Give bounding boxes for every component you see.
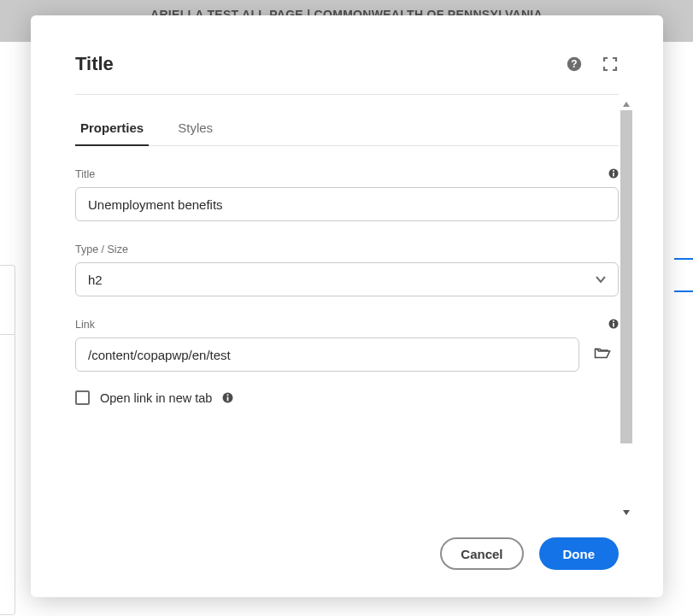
fullscreen-icon[interactable]: [602, 56, 619, 73]
tab-styles[interactable]: Styles: [173, 114, 218, 145]
dialog-footer: Cancel Done: [31, 517, 663, 597]
header-divider: [75, 94, 619, 95]
help-icon[interactable]: ?: [566, 56, 583, 73]
link-field-label: Link: [75, 319, 619, 331]
title-input[interactable]: [75, 187, 619, 221]
title-dialog: Title ? Properties Styles Title: [31, 15, 663, 597]
title-field-label: Title: [75, 168, 619, 180]
info-icon[interactable]: [608, 317, 619, 327]
background-blue-line: [674, 258, 693, 260]
type-size-label: Type / Size: [75, 243, 619, 255]
tabs: Properties Styles: [75, 114, 619, 146]
dialog-header: Title ?: [31, 15, 663, 87]
info-icon[interactable]: [608, 167, 619, 177]
scroll-up-icon[interactable]: [623, 102, 630, 107]
svg-point-7: [613, 320, 614, 322]
done-button[interactable]: Done: [539, 537, 620, 570]
open-new-tab-row: Open link in new tab: [75, 390, 619, 405]
svg-rect-9: [227, 396, 229, 401]
folder-open-icon: [594, 346, 611, 363]
tab-properties[interactable]: Properties: [75, 114, 149, 145]
scrollbar[interactable]: [619, 100, 634, 517]
link-input[interactable]: [75, 337, 579, 372]
open-new-tab-checkbox[interactable]: [75, 390, 90, 405]
scroll-down-icon[interactable]: [623, 510, 630, 515]
type-size-select[interactable]: [75, 262, 619, 296]
open-new-tab-label: Open link in new tab: [100, 391, 212, 405]
field-title: Title: [75, 168, 619, 221]
svg-rect-6: [613, 323, 614, 327]
cancel-button[interactable]: Cancel: [440, 537, 523, 570]
svg-point-10: [227, 394, 229, 396]
info-icon[interactable]: [222, 392, 233, 403]
browse-button[interactable]: [586, 337, 619, 372]
svg-text:?: ?: [571, 58, 577, 70]
svg-point-4: [613, 170, 614, 172]
field-link: Link: [75, 319, 619, 372]
link-row: [75, 337, 619, 372]
dialog-body-wrap: Properties Styles Title Type / Size: [75, 100, 634, 517]
scroll-thumb[interactable]: [620, 110, 632, 443]
type-size-select-wrap: [75, 262, 619, 296]
dialog-title: Title: [75, 53, 547, 75]
svg-rect-3: [613, 173, 614, 177]
dialog-body: Properties Styles Title Type / Size: [75, 100, 634, 517]
background-panel-divider: [0, 265, 15, 335]
field-type-size: Type / Size: [75, 243, 619, 296]
background-blue-line: [674, 290, 693, 292]
